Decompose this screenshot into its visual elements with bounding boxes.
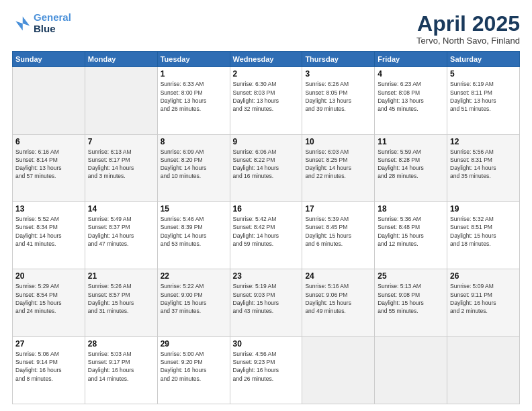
col-thursday: Thursday [302, 52, 375, 67]
col-tuesday: Tuesday [157, 52, 230, 67]
day-number: 5 [450, 69, 517, 79]
day-info: Sunrise: 6:23 AM Sunset: 8:08 PM Dayligh… [378, 80, 444, 113]
day-number: 9 [233, 137, 300, 146]
calendar-table: Sunday Monday Tuesday Wednesday Thursday… [12, 51, 520, 404]
day-info: Sunrise: 5:00 AM Sunset: 9:20 PM Dayligh… [161, 350, 227, 383]
day-info: Sunrise: 6:16 AM Sunset: 8:14 PM Dayligh… [15, 148, 82, 181]
day-number: 20 [15, 271, 82, 281]
logo: General Blue [12, 12, 71, 34]
day-info: Sunrise: 6:30 AM Sunset: 8:03 PM Dayligh… [233, 80, 300, 113]
day-cell: 27Sunrise: 5:06 AM Sunset: 9:14 PM Dayli… [13, 336, 85, 404]
day-info: Sunrise: 6:19 AM Sunset: 8:11 PM Dayligh… [450, 80, 517, 113]
page: General Blue April 2025 Tervo, North Sav… [0, 0, 532, 411]
subtitle: Tervo, North Savo, Finland [416, 36, 520, 46]
header: General Blue April 2025 Tervo, North Sav… [12, 12, 520, 46]
day-info: Sunrise: 5:19 AM Sunset: 9:03 PM Dayligh… [233, 282, 300, 315]
week-row-2: 6Sunrise: 6:16 AM Sunset: 8:14 PM Daylig… [13, 134, 520, 201]
day-number: 28 [88, 339, 154, 349]
day-info: Sunrise: 6:09 AM Sunset: 8:20 PM Dayligh… [161, 148, 227, 181]
calendar-header-row: Sunday Monday Tuesday Wednesday Thursday… [13, 52, 520, 67]
day-info: Sunrise: 5:59 AM Sunset: 8:28 PM Dayligh… [378, 148, 444, 181]
day-number: 1 [161, 69, 227, 79]
day-cell: 29Sunrise: 5:00 AM Sunset: 9:20 PM Dayli… [157, 336, 230, 404]
day-cell: 15Sunrise: 5:46 AM Sunset: 8:39 PM Dayli… [157, 201, 230, 269]
logo-text: General Blue [34, 12, 71, 34]
day-cell: 7Sunrise: 6:13 AM Sunset: 8:17 PM Daylig… [85, 134, 157, 201]
day-cell: 18Sunrise: 5:36 AM Sunset: 8:48 PM Dayli… [375, 201, 447, 269]
day-cell [13, 67, 85, 134]
day-number: 15 [161, 204, 227, 214]
day-number: 17 [305, 204, 371, 214]
day-number: 11 [378, 137, 444, 146]
svg-marker-0 [15, 16, 30, 30]
day-number: 12 [450, 137, 517, 146]
day-cell: 28Sunrise: 5:03 AM Sunset: 9:17 PM Dayli… [85, 336, 157, 404]
day-info: Sunrise: 5:29 AM Sunset: 8:54 PM Dayligh… [15, 282, 82, 315]
day-number: 18 [378, 204, 444, 214]
day-number: 26 [450, 271, 517, 281]
day-cell [447, 336, 520, 404]
day-cell: 23Sunrise: 5:19 AM Sunset: 9:03 PM Dayli… [230, 269, 302, 336]
col-wednesday: Wednesday [230, 52, 302, 67]
week-row-3: 13Sunrise: 5:52 AM Sunset: 8:34 PM Dayli… [13, 201, 520, 269]
day-info: Sunrise: 5:42 AM Sunset: 8:42 PM Dayligh… [233, 215, 300, 248]
day-cell: 21Sunrise: 5:26 AM Sunset: 8:57 PM Dayli… [85, 269, 157, 336]
day-info: Sunrise: 5:36 AM Sunset: 8:48 PM Dayligh… [378, 215, 444, 248]
day-info: Sunrise: 5:52 AM Sunset: 8:34 PM Dayligh… [15, 215, 82, 248]
day-info: Sunrise: 6:13 AM Sunset: 8:17 PM Dayligh… [88, 148, 154, 181]
day-info: Sunrise: 6:06 AM Sunset: 8:22 PM Dayligh… [233, 148, 300, 181]
day-info: Sunrise: 6:33 AM Sunset: 8:00 PM Dayligh… [161, 80, 227, 113]
main-title: April 2025 [416, 12, 520, 36]
day-number: 6 [15, 137, 82, 146]
day-cell: 5Sunrise: 6:19 AM Sunset: 8:11 PM Daylig… [447, 67, 520, 134]
week-row-5: 27Sunrise: 5:06 AM Sunset: 9:14 PM Dayli… [13, 336, 520, 404]
day-info: Sunrise: 5:26 AM Sunset: 8:57 PM Dayligh… [88, 282, 154, 315]
day-cell: 3Sunrise: 6:26 AM Sunset: 8:05 PM Daylig… [302, 67, 375, 134]
day-cell: 19Sunrise: 5:32 AM Sunset: 8:51 PM Dayli… [447, 201, 520, 269]
day-number: 8 [161, 137, 227, 146]
day-number: 27 [15, 339, 82, 349]
day-number: 21 [88, 271, 154, 281]
day-info: Sunrise: 5:16 AM Sunset: 9:06 PM Dayligh… [305, 282, 371, 315]
day-number: 4 [378, 69, 444, 79]
day-cell: 30Sunrise: 4:56 AM Sunset: 9:23 PM Dayli… [230, 336, 302, 404]
day-info: Sunrise: 5:13 AM Sunset: 9:08 PM Dayligh… [378, 282, 444, 315]
day-info: Sunrise: 5:56 AM Sunset: 8:31 PM Dayligh… [450, 148, 517, 181]
day-number: 22 [161, 271, 227, 281]
day-info: Sunrise: 5:09 AM Sunset: 9:11 PM Dayligh… [450, 282, 517, 315]
day-cell: 16Sunrise: 5:42 AM Sunset: 8:42 PM Dayli… [230, 201, 302, 269]
day-number: 10 [305, 137, 371, 146]
day-info: Sunrise: 5:46 AM Sunset: 8:39 PM Dayligh… [161, 215, 227, 248]
day-info: Sunrise: 5:39 AM Sunset: 8:45 PM Dayligh… [305, 215, 371, 248]
day-info: Sunrise: 5:03 AM Sunset: 9:17 PM Dayligh… [88, 350, 154, 383]
day-number: 7 [88, 137, 154, 146]
day-cell: 14Sunrise: 5:49 AM Sunset: 8:37 PM Dayli… [85, 201, 157, 269]
col-saturday: Saturday [447, 52, 520, 67]
day-cell: 11Sunrise: 5:59 AM Sunset: 8:28 PM Dayli… [375, 134, 447, 201]
day-number: 3 [305, 69, 371, 79]
day-number: 14 [88, 204, 154, 214]
day-cell: 9Sunrise: 6:06 AM Sunset: 8:22 PM Daylig… [230, 134, 302, 201]
day-number: 19 [450, 204, 517, 214]
day-number: 23 [233, 271, 300, 281]
col-monday: Monday [85, 52, 157, 67]
title-block: April 2025 Tervo, North Savo, Finland [416, 12, 520, 46]
logo-icon [12, 14, 31, 33]
day-info: Sunrise: 5:22 AM Sunset: 9:00 PM Dayligh… [161, 282, 227, 315]
day-info: Sunrise: 5:06 AM Sunset: 9:14 PM Dayligh… [15, 350, 82, 383]
day-info: Sunrise: 6:03 AM Sunset: 8:25 PM Dayligh… [305, 148, 371, 181]
week-row-1: 1Sunrise: 6:33 AM Sunset: 8:00 PM Daylig… [13, 67, 520, 134]
day-number: 30 [233, 339, 300, 349]
day-number: 24 [305, 271, 371, 281]
day-cell [375, 336, 447, 404]
day-cell: 26Sunrise: 5:09 AM Sunset: 9:11 PM Dayli… [447, 269, 520, 336]
day-cell: 13Sunrise: 5:52 AM Sunset: 8:34 PM Dayli… [13, 201, 85, 269]
day-cell [302, 336, 375, 404]
col-friday: Friday [375, 52, 447, 67]
day-cell: 1Sunrise: 6:33 AM Sunset: 8:00 PM Daylig… [157, 67, 230, 134]
day-number: 13 [15, 204, 82, 214]
day-cell: 4Sunrise: 6:23 AM Sunset: 8:08 PM Daylig… [375, 67, 447, 134]
day-cell [85, 67, 157, 134]
week-row-4: 20Sunrise: 5:29 AM Sunset: 8:54 PM Dayli… [13, 269, 520, 336]
day-cell: 20Sunrise: 5:29 AM Sunset: 8:54 PM Dayli… [13, 269, 85, 336]
